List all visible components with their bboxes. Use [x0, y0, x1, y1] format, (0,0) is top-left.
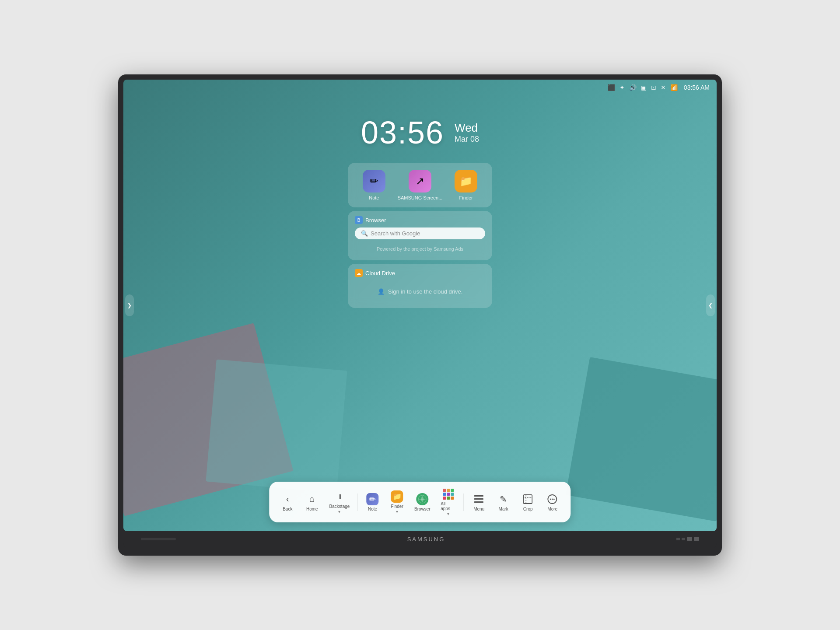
- finder-arrow: ▾: [396, 509, 398, 514]
- note-icon: ✏: [367, 493, 379, 505]
- more-label: More: [547, 507, 557, 511]
- screen: ⬛ ✦ 🔊 ▣ ⊡ ✕ 📶 03:56 AM ❯ ❮ 03:56 Wed Mar…: [123, 80, 717, 531]
- search-bar-text: Search with Google: [371, 230, 420, 237]
- all-apps-icon: [442, 488, 454, 500]
- brand-label: SAMSUNG: [407, 536, 445, 542]
- screen-share-icon: ⊡: [651, 84, 656, 91]
- bg-decoration-3: [206, 359, 347, 493]
- taskbar-mark[interactable]: ✎ Mark: [492, 490, 515, 514]
- browser-header-label: Browser: [365, 217, 386, 224]
- note-label: Note: [368, 507, 377, 511]
- screen-icon: ⬛: [608, 84, 615, 91]
- all-apps-label: All apps: [441, 501, 456, 511]
- menu-label: Menu: [473, 507, 484, 511]
- back-label: Back: [283, 507, 292, 511]
- taskbar-browser[interactable]: Browser: [410, 490, 435, 514]
- clock-day: Wed: [455, 121, 479, 135]
- crop-label: Crop: [523, 507, 533, 511]
- taskbar-home[interactable]: ⌂ Home: [301, 490, 323, 514]
- note-app-icon: ✏: [363, 170, 385, 192]
- left-speaker: [141, 538, 176, 540]
- note-app[interactable]: ✏ Note: [363, 170, 385, 200]
- svg-point-9: [550, 498, 551, 500]
- search-icon: 🔍: [361, 230, 368, 237]
- usb-port: [687, 537, 692, 541]
- mark-icon: ✎: [497, 493, 510, 505]
- home-label: Home: [306, 507, 318, 511]
- browser-label: Browser: [414, 507, 430, 511]
- browser-widget: B Browser 🔍 Search with Google Powered b…: [348, 211, 492, 260]
- cloud-drive-sign-in[interactable]: 👤 Sign in to use the cloud drive.: [355, 280, 485, 303]
- browser-sub-text: Powered by the project by Samsung Ads: [355, 243, 485, 255]
- status-bar: ⬛ ✦ 🔊 ▣ ⊡ ✕ 📶 03:56 AM: [123, 80, 717, 95]
- cloud-drive-sign-in-text: Sign in to use the cloud drive.: [388, 288, 463, 295]
- taskbar-backstage[interactable]: ⫼ Backstage ▾: [325, 488, 354, 517]
- cloud-drive-header: ☁ Cloud Drive: [355, 269, 485, 277]
- taskbar: ‹ Back ⌂ Home ⫼ Backstage ▾ ✏ Note 📁 Fin…: [269, 482, 570, 522]
- apps-widget: ✏ Note ↗ SAMSUNG Screen... 📁 Finder: [348, 163, 492, 207]
- right-side-button[interactable]: ❮: [706, 294, 715, 316]
- mark-label: Mark: [499, 507, 508, 511]
- finder-label: Finder: [391, 504, 403, 509]
- taskbar-menu[interactable]: Menu: [468, 490, 490, 514]
- svg-point-10: [552, 498, 553, 500]
- cloud-drive-header-label: Cloud Drive: [365, 270, 395, 276]
- clock-time: 03:56: [361, 115, 444, 150]
- widgets-area: ✏ Note ↗ SAMSUNG Screen... 📁 Finder B Br…: [348, 163, 492, 308]
- browser-icon: [416, 493, 428, 505]
- crop-icon: [522, 493, 534, 505]
- status-time: 03:56 AM: [684, 84, 710, 91]
- bg-decoration-2: [566, 357, 717, 522]
- ports-area: [676, 537, 699, 541]
- samsung-screen-app[interactable]: ↗ SAMSUNG Screen...: [398, 170, 443, 200]
- svg-rect-4: [474, 501, 484, 503]
- clock-area: 03:56 Wed Mar 08: [361, 115, 479, 150]
- backstage-label: Backstage: [329, 504, 350, 509]
- finder-app-label: Finder: [459, 195, 473, 200]
- backstage-icon: ⫼: [333, 490, 346, 503]
- svg-rect-2: [474, 495, 484, 497]
- port-2: [682, 538, 685, 540]
- browser-header-icon: B: [355, 216, 363, 224]
- cloud-drive-widget: ☁ Cloud Drive 👤 Sign in to use the cloud…: [348, 264, 492, 308]
- person-sign-in-icon: 👤: [378, 288, 385, 295]
- finder-app-icon: 📁: [455, 170, 477, 192]
- samsung-screen-app-label: SAMSUNG Screen...: [398, 195, 443, 200]
- taskbar-all-apps[interactable]: All apps ▾: [436, 485, 460, 519]
- finder-icon: 📁: [391, 490, 403, 503]
- svg-rect-5: [524, 495, 532, 504]
- port-1: [676, 538, 680, 540]
- browser-search-bar[interactable]: 🔍 Search with Google: [355, 228, 485, 239]
- svg-point-11: [553, 498, 555, 500]
- all-apps-arrow: ▾: [447, 511, 449, 516]
- clock-date: Wed Mar 08: [455, 121, 479, 144]
- more-icon: [546, 493, 559, 505]
- brightness-icon: ✦: [620, 84, 625, 91]
- wifi-icon: 📶: [670, 84, 678, 91]
- left-side-button[interactable]: ❯: [125, 294, 134, 316]
- taskbar-back[interactable]: ‹ Back: [276, 490, 299, 514]
- cloud-drive-header-icon: ☁: [355, 269, 363, 277]
- monitor: ⬛ ✦ 🔊 ▣ ⊡ ✕ 📶 03:56 AM ❯ ❮ 03:56 Wed Mar…: [118, 74, 722, 556]
- menu-icon: [473, 493, 485, 505]
- backstage-arrow: ▾: [338, 509, 340, 514]
- finder-app[interactable]: 📁 Finder: [455, 170, 477, 200]
- taskbar-sep-2: [464, 494, 464, 511]
- person-icon: ✕: [661, 84, 666, 91]
- browser-widget-header: B Browser: [355, 216, 485, 224]
- note-app-label: Note: [369, 195, 379, 200]
- taskbar-note[interactable]: ✏ Note: [361, 490, 384, 514]
- taskbar-crop[interactable]: Crop: [517, 490, 539, 514]
- clock-month-date: Mar 08: [455, 135, 479, 144]
- volume-icon: 🔊: [629, 84, 637, 91]
- back-icon: ‹: [281, 493, 294, 505]
- samsung-screen-app-icon: ↗: [409, 170, 431, 192]
- display-icon: ▣: [641, 84, 647, 91]
- home-icon: ⌂: [306, 493, 318, 505]
- taskbar-finder[interactable]: 📁 Finder ▾: [386, 488, 409, 517]
- taskbar-more[interactable]: More: [541, 490, 564, 514]
- svg-rect-3: [474, 498, 484, 500]
- taskbar-sep-1: [357, 494, 358, 511]
- hdmi-port: [694, 537, 699, 541]
